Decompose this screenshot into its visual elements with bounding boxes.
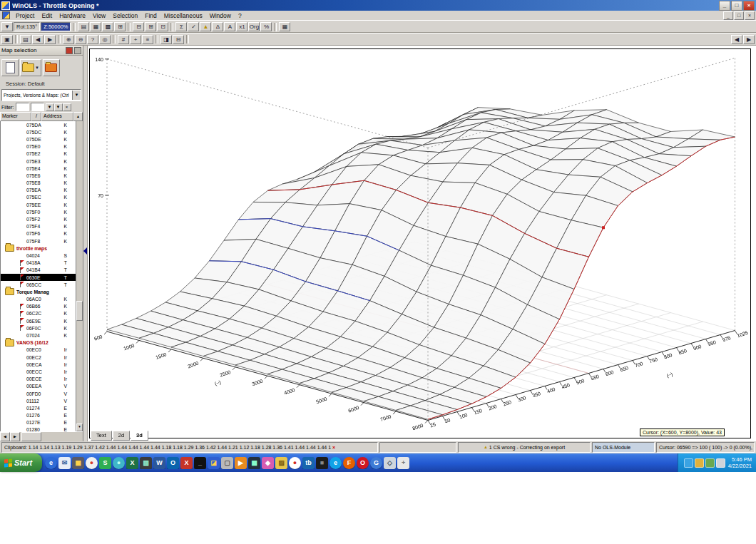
taskbar-icon-command-prompt[interactable]: _: [194, 457, 206, 469]
mdi-minimize-button[interactable]: _: [723, 11, 733, 20]
map-row[interactable]: 041B4T: [1, 267, 76, 274]
grid-icon[interactable]: #: [118, 35, 129, 44]
map-row[interactable]: 075E3K: [1, 158, 76, 165]
search-icon[interactable]: ◎: [99, 35, 111, 44]
map-row[interactable]: 01276E: [1, 412, 76, 419]
menu-item-hardware[interactable]: Hardware: [56, 12, 89, 19]
map-row[interactable]: 06E9EK: [1, 317, 76, 324]
taskbar-icon-media-app[interactable]: ▶: [235, 457, 247, 469]
scroll-left-button[interactable]: ◀: [0, 432, 10, 441]
apply-check-icon[interactable]: ✓: [188, 22, 199, 31]
view-3d-icon[interactable]: ▩: [102, 22, 113, 31]
open-map-button[interactable]: ▼: [20, 59, 41, 76]
titlebar[interactable]: WinOLS - Throttle Opening * _ □ ×: [0, 0, 756, 11]
zoom-in-icon[interactable]: ⊕: [63, 35, 74, 44]
rotation-field[interactable]: Rot:135°: [14, 22, 40, 31]
map-row[interactable]: 075F0K: [1, 208, 76, 215]
map-row[interactable]: 075E2K: [1, 150, 76, 158]
taskbar-icon-tb-app[interactable]: tb: [302, 457, 315, 469]
tray-clock[interactable]: 5:46 PM 4/22/2021: [728, 456, 752, 469]
close-button[interactable]: ×: [743, 1, 755, 11]
map-list-icon[interactable]: ▤: [20, 35, 31, 44]
map-row[interactable]: 00EC2Ir: [1, 354, 76, 361]
map-row[interactable]: 075F2K: [1, 215, 76, 222]
view-2d-icon[interactable]: ▦: [90, 22, 101, 31]
taskbar-icon-opera[interactable]: O: [357, 457, 369, 469]
toolbar-dropdown-button[interactable]: ▼: [1, 22, 13, 31]
eprom-icon[interactable]: ▦: [279, 22, 290, 31]
mdi-restore-button[interactable]: □: [734, 11, 744, 20]
taskbar-icon-firefox[interactable]: F: [343, 457, 355, 469]
panel-dock-button[interactable]: [66, 47, 73, 54]
scroll-right-icon[interactable]: ▶: [743, 35, 755, 44]
taskbar-icon-green-app[interactable]: S: [99, 457, 111, 469]
scroll-right-button[interactable]: ▶: [10, 432, 20, 441]
taskbar-icon-eprom-tool[interactable]: ▥: [140, 457, 152, 469]
percent-icon[interactable]: %: [260, 22, 272, 31]
font-icon[interactable]: A: [224, 22, 235, 31]
map-row[interactable]: 06F0CK: [1, 324, 76, 332]
filter-button-3[interactable]: ×: [63, 103, 71, 111]
factor-x1-icon[interactable]: x1: [236, 22, 247, 31]
filter-marker-input[interactable]: [16, 103, 29, 111]
column-marker[interactable]: Marker: [0, 112, 31, 121]
map-row[interactable]: 0630ET: [1, 274, 76, 281]
map-row[interactable]: 00FD0V: [1, 390, 76, 397]
tray-volume-icon[interactable]: [716, 458, 725, 468]
split-horizontal-icon[interactable]: ◨: [160, 35, 172, 44]
column-sort[interactable]: /: [31, 112, 41, 121]
filter-address-input[interactable]: [31, 103, 44, 111]
collapse-arrow-icon[interactable]: [83, 247, 87, 255]
map-folder-row[interactable]: throttle maps: [1, 245, 76, 252]
taskbar-icon-edge[interactable]: e: [330, 457, 342, 469]
taskbar-icon-wrench-tool[interactable]: +: [397, 457, 409, 469]
taskbar-icon-red-x-app[interactable]: X: [180, 457, 193, 469]
taskbar-icon-orb-app[interactable]: ●: [113, 457, 125, 469]
view-table-icon[interactable]: ⊞: [114, 22, 126, 31]
map-row[interactable]: 075E8K: [1, 180, 76, 187]
column-add-icon[interactable]: ⊞: [145, 22, 156, 31]
list-icon[interactable]: ≡: [142, 35, 153, 44]
tab-3d[interactable]: 3d: [131, 431, 148, 441]
menu-item-miscellaneous[interactable]: Miscellaneous: [160, 12, 206, 19]
tab-text[interactable]: Text: [91, 431, 112, 441]
crosshair-icon[interactable]: +: [130, 35, 141, 44]
menu-item-find[interactable]: Find: [141, 12, 160, 19]
tray-network-icon[interactable]: [684, 458, 693, 468]
import-map-button[interactable]: [43, 59, 60, 76]
child-window-icon[interactable]: [2, 11, 10, 19]
help-pointer-icon[interactable]: ?: [87, 35, 98, 44]
taskbar-icon-black-app[interactable]: ■: [316, 457, 328, 469]
map-row[interactable]: 075F6K: [1, 230, 76, 237]
column-remove-icon[interactable]: ⊟: [133, 22, 144, 31]
map-row[interactable]: 01112V: [1, 397, 76, 404]
menu-item-help[interactable]: ?: [235, 12, 245, 19]
map-row[interactable]: 075ECK: [1, 194, 76, 201]
taskbar-icon-cad-app[interactable]: ◇: [384, 457, 396, 469]
map-row[interactable]: 06C2CK: [1, 310, 76, 317]
filter-button-2[interactable]: ▼: [54, 103, 63, 111]
taskbar-icon-winols[interactable]: ▦: [72, 457, 84, 469]
zoom-field[interactable]: Z:50000%: [41, 22, 71, 31]
map-row[interactable]: 075EAK: [1, 187, 76, 194]
map-row[interactable]: 075EEK: [1, 201, 76, 208]
menu-item-edit[interactable]: Edit: [38, 12, 56, 19]
taskbar-icon-folder-app[interactable]: ▨: [275, 457, 287, 469]
split-vertical-icon[interactable]: ⊟: [173, 35, 184, 44]
map-row[interactable]: 00ECEIr: [1, 376, 76, 383]
map-row[interactable]: 00EEAV: [1, 383, 76, 390]
scroll-left-icon[interactable]: ◀: [731, 35, 742, 44]
filter-button-1[interactable]: ▼: [46, 103, 54, 111]
next-map-icon[interactable]: ▶: [44, 35, 56, 44]
map-folder-row[interactable]: VANOS (16/12: [1, 339, 76, 347]
map-row[interactable]: 075DAK: [1, 121, 76, 128]
taskbar-icon-gray-app[interactable]: ▢: [221, 457, 233, 469]
tray-security-shield-icon[interactable]: [695, 458, 704, 468]
taskbar-icon-word[interactable]: W: [153, 457, 165, 469]
maximize-button[interactable]: □: [731, 1, 742, 11]
map-row[interactable]: 00ECCIr: [1, 368, 76, 375]
panel-close-button[interactable]: [74, 47, 81, 54]
map-row[interactable]: 075F8K: [1, 237, 76, 245]
start-button[interactable]: Start: [0, 453, 42, 472]
taskbar-icon-chip-tool[interactable]: ▦: [248, 457, 260, 469]
